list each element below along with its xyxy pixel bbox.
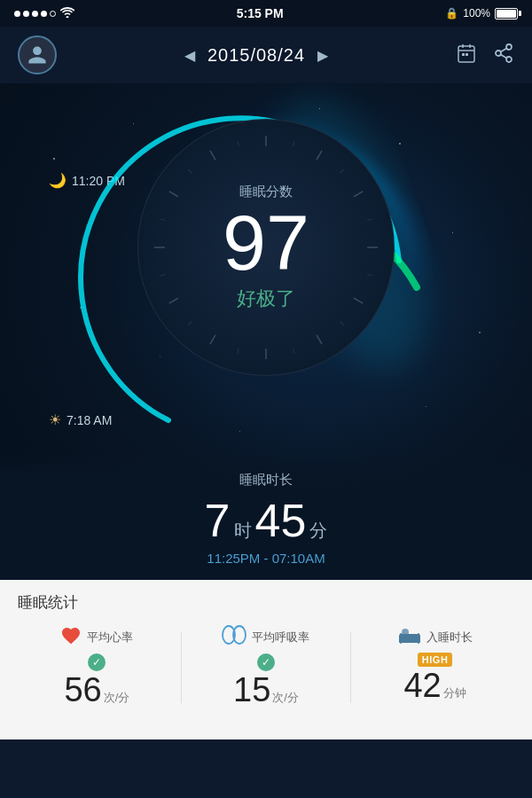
sleep-score-circle: 睡眠分数 97 好极了	[137, 119, 395, 376]
heart-rate-value: 56	[64, 671, 101, 709]
duration-range: 11:25PM - 07:10AM	[0, 551, 532, 566]
svg-point-6	[506, 44, 512, 50]
svg-rect-40	[402, 629, 409, 636]
fall-asleep-label: 入睡时长	[426, 630, 473, 645]
fall-asleep-value: 42	[403, 667, 441, 705]
battery-fill	[497, 10, 516, 18]
header-icons	[456, 43, 514, 68]
dot4	[41, 11, 47, 17]
breath-icon	[222, 625, 246, 650]
svg-rect-42	[418, 633, 419, 644]
dot3	[32, 11, 38, 17]
status-time: 5:15 PM	[237, 6, 284, 20]
svg-line-20	[169, 298, 178, 303]
breath-rate-value-row: 15 次/分	[233, 671, 299, 709]
svg-line-31	[188, 322, 192, 325]
svg-line-26	[367, 219, 372, 221]
duration-label: 睡眠时长	[0, 472, 532, 489]
heart-rate-stat: 平均心率 ✓ 56 次/分	[22, 625, 171, 709]
svg-line-25	[340, 169, 344, 173]
duration-time: 7 时 45 分	[0, 494, 532, 547]
stats-grid: 平均心率 ✓ 56 次/分 平均呼吸率 ✓ 15	[18, 625, 514, 709]
heart-rate-label: 平均心率	[87, 630, 133, 645]
breath-rate-stat: 平均呼吸率 ✓ 15 次/分	[192, 625, 340, 709]
svg-line-29	[293, 348, 295, 354]
breath-rate-top: 平均呼吸率	[222, 625, 309, 650]
date-nav: ◀ 2015/08/24 ▶	[184, 45, 328, 66]
svg-line-13	[317, 151, 322, 160]
svg-line-35	[238, 141, 239, 146]
svg-line-9	[501, 54, 507, 58]
prev-date-button[interactable]: ◀	[184, 47, 195, 64]
share-icon[interactable]	[493, 43, 514, 68]
svg-line-23	[210, 151, 215, 160]
heart-rate-value-row: 56 次/分	[64, 671, 129, 709]
wifi-icon	[60, 7, 74, 20]
svg-rect-4	[462, 53, 465, 56]
signal-dots	[14, 11, 56, 17]
heart-check-badge: ✓	[88, 653, 106, 671]
stat-divider-1	[181, 632, 182, 703]
minutes-unit: 分	[309, 519, 327, 543]
duration-minutes: 45	[255, 494, 307, 547]
svg-line-22	[169, 192, 178, 197]
bed-icon	[398, 625, 421, 649]
status-bar: 5:15 PM 🔒 100%	[0, 0, 532, 27]
breath-rate-unit: 次/分	[272, 690, 299, 706]
battery-percent: 100%	[463, 7, 490, 20]
svg-line-32	[160, 275, 165, 277]
duration-section: 睡眠时长 7 时 45 分 11:25PM - 07:10AM	[0, 454, 532, 580]
svg-line-17	[317, 335, 322, 344]
main-area: 🌙 11:20 PM ☀ 7:18 AM	[0, 83, 532, 580]
header: ◀ 2015/08/24 ▶	[0, 27, 532, 83]
svg-rect-5	[466, 53, 468, 56]
heart-icon	[60, 625, 82, 650]
fall-asleep-stat: 入睡时长 HIGH 42 分钟	[361, 625, 510, 705]
svg-rect-41	[400, 633, 402, 644]
user-icon	[27, 44, 48, 66]
svg-line-33	[160, 219, 165, 221]
breath-rate-label: 平均呼吸率	[252, 630, 309, 645]
stat-divider-2	[350, 632, 351, 703]
stats-title: 睡眠统计	[18, 592, 514, 613]
score-text: 好极了	[223, 286, 309, 312]
score-value: 97	[223, 204, 309, 282]
dot2	[23, 11, 29, 17]
svg-rect-39	[399, 639, 420, 643]
hours-unit: 时	[234, 519, 252, 543]
svg-line-14	[354, 192, 363, 197]
svg-point-7	[496, 51, 501, 56]
battery-icon	[495, 8, 518, 20]
svg-point-8	[506, 57, 512, 62]
fall-asleep-unit: 分钟	[443, 685, 466, 701]
lock-icon: 🔒	[445, 7, 458, 20]
dot5	[50, 11, 56, 17]
svg-line-24	[293, 141, 295, 146]
svg-line-16	[354, 298, 363, 303]
score-label: 睡眠分数	[223, 184, 309, 200]
next-date-button[interactable]: ▶	[317, 47, 328, 64]
status-right: 🔒 100%	[445, 7, 518, 20]
high-badge: HIGH	[418, 653, 453, 667]
svg-line-10	[501, 48, 507, 51]
sun-icon: ☀	[49, 411, 61, 428]
status-left	[14, 7, 74, 20]
breath-rate-value: 15	[233, 671, 270, 709]
stats-section: 睡眠统计 平均心率 ✓ 56 次/分	[0, 580, 532, 739]
heart-rate-top: 平均心率	[60, 625, 133, 650]
breath-check-badge: ✓	[257, 653, 275, 671]
fall-asleep-value-row: 42 分钟	[403, 667, 466, 705]
moon-icon: 🌙	[49, 172, 66, 189]
svg-line-27	[367, 275, 372, 277]
dot1	[14, 11, 20, 17]
heart-rate-unit: 次/分	[104, 690, 130, 706]
calendar-icon[interactable]	[456, 43, 477, 68]
svg-line-30	[238, 348, 239, 354]
avatar[interactable]	[18, 35, 57, 74]
current-date: 2015/08/24	[207, 45, 305, 66]
duration-hours: 7	[205, 494, 231, 547]
svg-line-19	[210, 335, 215, 344]
svg-line-28	[340, 322, 344, 325]
svg-line-34	[188, 169, 192, 173]
fall-asleep-top: 入睡时长	[398, 625, 473, 649]
